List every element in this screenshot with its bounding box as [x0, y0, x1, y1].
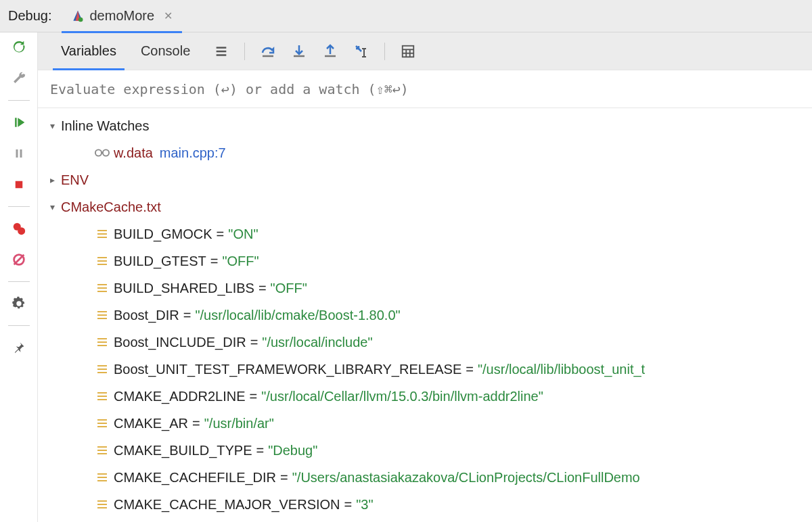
- list-lines-icon: [95, 230, 110, 238]
- cache-key: CMAKE_CACHEFILE_DIR: [114, 470, 276, 485]
- step-out-button[interactable]: [318, 39, 342, 64]
- list-lines-icon: [95, 284, 110, 292]
- debug-label: Debug:: [0, 8, 62, 24]
- rerun-button[interactable]: [9, 38, 28, 57]
- cache-key: BUILD_GTEST: [114, 254, 206, 269]
- toolbar-separator: [244, 43, 245, 60]
- svg-rect-14: [403, 45, 414, 57]
- svg-point-0: [78, 17, 83, 22]
- close-tab-icon[interactable]: ✕: [164, 9, 173, 22]
- list-lines-icon: [95, 419, 110, 427]
- cmake-cache-entry[interactable]: Boost_INCLUDE_DIR="/usr/local/include": [38, 329, 812, 356]
- app-logo-icon: [71, 9, 85, 23]
- svg-point-3: [18, 227, 25, 235]
- cache-value: "/usr/local/lib/libboost_unit_t: [478, 362, 645, 377]
- equals-sign: =: [192, 416, 200, 431]
- wrench-icon[interactable]: [9, 69, 28, 88]
- cache-key: CMAKE_BUILD_TYPE: [114, 443, 252, 458]
- step-over-button[interactable]: [256, 39, 280, 64]
- cache-value: "/usr/local/include": [262, 335, 372, 350]
- equals-sign: =: [258, 281, 267, 296]
- list-lines-icon: [95, 500, 110, 508]
- cmake-cache-entry[interactable]: Boost_DIR="/usr/local/lib/cmake/Boost-1.…: [38, 302, 812, 329]
- cache-key: BUILD_SHARED_LIBS: [114, 281, 254, 296]
- step-into-button[interactable]: [287, 39, 311, 64]
- list-lines-icon: [95, 446, 110, 454]
- layout-icon[interactable]: [209, 39, 233, 64]
- debugger-settings-button[interactable]: [9, 294, 28, 313]
- view-breakpoints-button[interactable]: [9, 219, 28, 238]
- equals-sign: =: [250, 389, 258, 404]
- gutter-separator: [8, 100, 30, 101]
- cache-value: "ON": [228, 227, 258, 242]
- resume-button[interactable]: [9, 113, 28, 132]
- list-lines-icon: [95, 338, 110, 346]
- equals-sign: =: [250, 335, 258, 350]
- debug-main: Variables Console: [38, 32, 812, 522]
- cache-key: CMAKE_AR: [114, 416, 188, 431]
- cmake-cache-entry[interactable]: CMAKE_CACHE_MAJOR_VERSION="3": [38, 491, 812, 518]
- equals-sign: =: [210, 254, 219, 269]
- cache-key: Boost_INCLUDE_DIR: [114, 335, 246, 350]
- watch-location-link[interactable]: main.cpp:7: [160, 145, 226, 161]
- cmake-cache-entry[interactable]: BUILD_GMOCK="ON": [38, 220, 812, 247]
- equals-sign: =: [280, 470, 288, 485]
- pin-button[interactable]: [9, 338, 28, 357]
- list-lines-icon: [95, 311, 110, 319]
- cache-value: "/usr/local/Cellar/llvm/15.0.3/bin/llvm-…: [261, 389, 543, 404]
- run-to-cursor-button[interactable]: [349, 39, 374, 64]
- svg-point-19: [95, 149, 102, 156]
- glasses-icon: [95, 148, 110, 158]
- cmake-cache-entry[interactable]: CMAKE_BUILD_TYPE="Debug": [38, 437, 812, 464]
- inline-watch-item[interactable]: w.data main.cpp:7: [38, 139, 812, 166]
- cache-value: "/Users/anastasiakazakova/CLionProjects/…: [292, 470, 640, 485]
- cache-value: "3": [356, 497, 373, 513]
- cmake-cache-entry[interactable]: CMAKE_AR="/usr/bin/ar": [38, 410, 812, 437]
- cmake-cache-entry[interactable]: CMAKE_ADDR2LINE="/usr/local/Cellar/llvm/…: [38, 383, 812, 410]
- tab-variables[interactable]: Variables: [49, 32, 129, 70]
- cmake-cache-entry[interactable]: BUILD_GTEST="OFF": [38, 247, 812, 275]
- cache-key: CMAKE_CACHE_MAJOR_VERSION: [114, 497, 340, 513]
- debug-gutter: [0, 32, 38, 522]
- toolbar-icon-group: [202, 39, 420, 64]
- svg-rect-1: [15, 181, 22, 189]
- inline-watches-node[interactable]: ▾ Inline Watches: [38, 112, 812, 139]
- cmakecache-node[interactable]: ▾ CMakeCache.txt: [38, 193, 812, 220]
- cmake-cache-entry[interactable]: BUILD_SHARED_LIBS="OFF": [38, 275, 812, 302]
- watch-variable-name: w.data: [114, 145, 153, 161]
- cache-value: "/usr/bin/ar": [204, 416, 274, 431]
- cache-key: BUILD_GMOCK: [114, 227, 212, 242]
- env-node[interactable]: ▸ ENV: [38, 166, 812, 193]
- cache-key: CMAKE_ADDR2LINE: [114, 389, 246, 404]
- stop-button[interactable]: [9, 175, 28, 194]
- tab-console[interactable]: Console: [129, 32, 202, 70]
- debug-session-tab[interactable]: demoMore ✕: [62, 0, 183, 32]
- list-lines-icon: [95, 473, 110, 481]
- list-lines-icon: [95, 365, 110, 373]
- expression-input[interactable]: [49, 80, 801, 98]
- list-lines-icon: [95, 392, 110, 400]
- gutter-separator-4: [8, 325, 30, 326]
- expression-bar[interactable]: [38, 70, 812, 108]
- equals-sign: =: [466, 362, 474, 377]
- debug-session-title: demoMore: [90, 8, 155, 24]
- cache-key: Boost_UNIT_TEST_FRAMEWORK_LIBRARY_RELEAS…: [114, 362, 461, 377]
- chevron-right-icon: ▸: [43, 174, 61, 185]
- evaluate-expression-button[interactable]: [396, 39, 420, 64]
- equals-sign: =: [256, 443, 265, 458]
- cache-value: "/usr/local/lib/cmake/Boost-1.80.0": [195, 308, 400, 323]
- cache-key: Boost_DIR: [114, 308, 179, 323]
- chevron-down-icon: ▾: [43, 120, 61, 131]
- gutter-separator-3: [8, 281, 30, 282]
- debug-header: Debug: demoMore ✕: [0, 0, 812, 32]
- mute-breakpoints-button[interactable]: [9, 250, 28, 269]
- debug-toolbar: Variables Console: [38, 32, 812, 70]
- pause-button[interactable]: [9, 144, 28, 163]
- cmake-cache-entry[interactable]: CMAKE_CACHEFILE_DIR="/Users/anastasiakaz…: [38, 464, 812, 491]
- cmake-cache-entry[interactable]: Boost_UNIT_TEST_FRAMEWORK_LIBRARY_RELEAS…: [38, 356, 812, 383]
- cache-value: "OFF": [222, 254, 258, 269]
- equals-sign: =: [217, 227, 225, 242]
- cache-value: "OFF": [271, 281, 307, 296]
- variables-tree[interactable]: ▾ Inline Watches w.data main.cpp:7 ▸ ENV…: [38, 108, 812, 522]
- equals-sign: =: [183, 308, 191, 323]
